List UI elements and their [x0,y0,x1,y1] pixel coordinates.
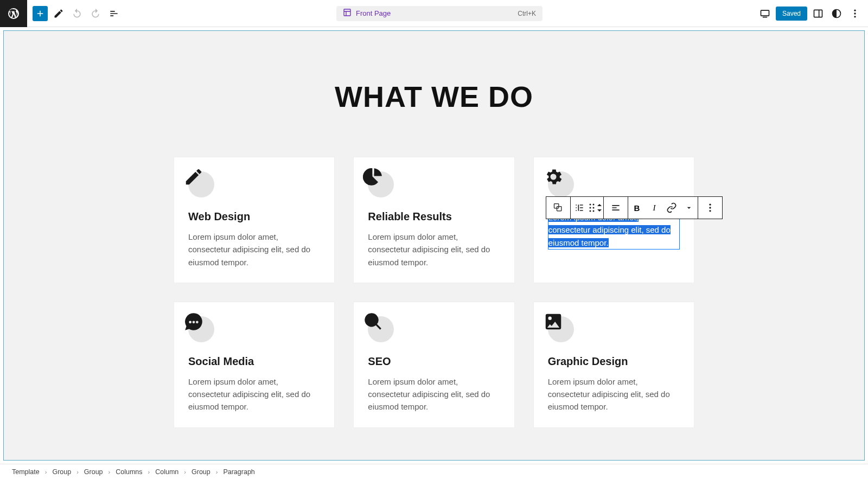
block-inserter-button[interactable] [33,6,48,21]
svg-point-10 [590,207,591,209]
view-button[interactable] [757,6,773,21]
breadcrumb-item[interactable]: Group [192,468,210,476]
document-overview-button[interactable] [106,6,122,21]
card-icon-bg [188,171,214,197]
svg-point-15 [709,207,711,208]
select-parent-button[interactable] [546,197,570,219]
svg-point-11 [593,207,595,209]
svg-rect-1 [761,10,769,16]
card-title[interactable]: Graphic Design [548,355,680,368]
block-breadcrumbs: Template› Group› Group› Columns› Column›… [0,464,868,479]
svg-rect-0 [344,9,350,16]
card-text[interactable]: Lorem ipsum dolor amet, consectetur adip… [188,231,320,269]
svg-point-4 [854,12,856,14]
shortcut-hint: Ctrl+K [518,10,536,17]
breadcrumb-item[interactable]: Template [12,468,40,476]
card-web-design[interactable]: Web Design Lorem ipsum dolor amet, conse… [174,157,335,283]
search-icon [362,311,384,333]
pie-chart-icon [362,166,384,188]
svg-point-12 [590,210,591,212]
svg-point-16 [709,210,711,212]
card-icon-bg [368,316,394,342]
bold-button[interactable]: B [628,197,646,219]
svg-point-5 [854,16,856,17]
breadcrumb-item[interactable]: Paragraph [223,468,254,476]
svg-point-8 [590,204,591,206]
card-text[interactable]: Lorem ipsum dolor amet, consectetur adip… [368,375,500,413]
svg-rect-2 [814,10,822,17]
svg-rect-7 [557,207,561,211]
styles-button[interactable] [829,6,844,21]
redo-button [88,6,103,21]
chat-icon [183,311,205,333]
template-icon [343,8,352,18]
card-selected[interactable]: Lorem ipsum dolor amet, consectetur adip… [533,157,694,283]
breadcrumb-item[interactable]: Group [84,468,103,476]
section-heading[interactable]: WHAT WE DO [4,80,864,113]
card-title[interactable]: Web Design [188,210,320,223]
card-icon-bg [188,316,214,342]
card-icon-bg [548,316,574,342]
page-title-label: Front Page [356,9,391,17]
breadcrumb-item[interactable]: Group [52,468,71,476]
svg-point-14 [709,204,711,206]
transform-block-button[interactable] [571,197,588,219]
card-text[interactable]: Lorem ipsum dolor amet, consectetur adip… [548,375,680,413]
more-rich-text-button[interactable] [680,197,698,219]
card-icon-bg [368,171,394,197]
align-button[interactable] [604,197,628,219]
card-title[interactable]: SEO [368,355,500,368]
editor-top-toolbar: Front Page Ctrl+K Saved [0,0,868,27]
breadcrumb-item[interactable]: Column [155,468,178,476]
svg-point-3 [854,9,856,11]
card-social-media[interactable]: Social Media Lorem ipsum dolor amet, con… [174,302,335,428]
card-seo[interactable]: SEO Lorem ipsum dolor amet, consectetur … [353,302,514,428]
svg-rect-6 [554,204,559,208]
move-block-buttons[interactable] [596,197,603,219]
italic-button[interactable]: I [646,197,663,219]
svg-point-9 [593,204,595,206]
drag-handle[interactable] [588,197,596,219]
card-graphic-design[interactable]: Graphic Design Lorem ipsum dolor amet, c… [533,302,694,428]
link-button[interactable] [663,197,680,219]
settings-sidebar-button[interactable] [810,6,826,21]
options-button[interactable] [847,6,863,21]
breadcrumb-item[interactable]: Columns [116,468,142,476]
pencil-icon [183,166,205,188]
block-toolbar: B I [546,196,723,219]
tools-button[interactable] [51,6,66,21]
image-icon [542,311,564,333]
chevron-right-icon: › [216,469,218,475]
card-title[interactable]: Social Media [188,355,320,368]
undo-button [69,6,85,21]
chevron-right-icon: › [184,469,186,475]
wordpress-logo[interactable] [0,0,27,27]
chevron-right-icon: › [108,469,111,475]
chevron-right-icon: › [148,469,150,475]
svg-point-13 [593,210,595,212]
editor-canvas[interactable]: WHAT WE DO Web Design Lorem ipsum dolor … [3,30,865,461]
save-button[interactable]: Saved [776,7,807,21]
card-text[interactable]: Lorem ipsum dolor amet, consectetur adip… [368,231,500,269]
card-reliable-results[interactable]: Reliable Results Lorem ipsum dolor amet,… [353,157,514,283]
card-title[interactable]: Reliable Results [368,210,500,223]
chevron-right-icon: › [45,469,47,475]
chevron-right-icon: › [76,469,79,475]
card-text[interactable]: Lorem ipsum dolor amet, consectetur adip… [188,375,320,413]
card-icon-bg [548,171,574,197]
gear-icon [542,166,564,188]
page-title-pill[interactable]: Front Page Ctrl+K [336,6,542,21]
block-options-button[interactable] [698,197,722,219]
